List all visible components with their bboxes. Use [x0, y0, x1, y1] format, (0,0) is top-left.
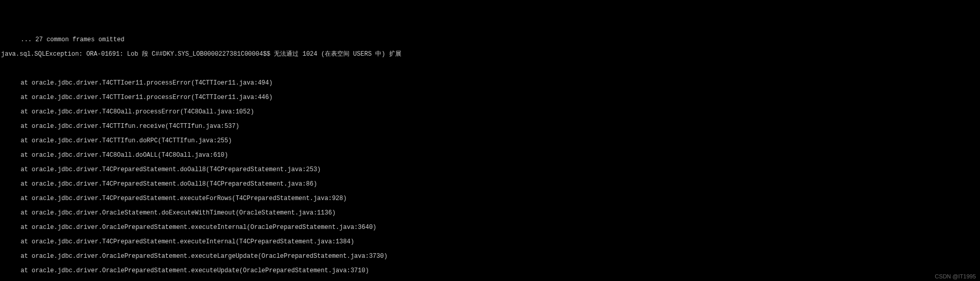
log-line: at oracle.jdbc.driver.T4CPreparedStateme…	[0, 195, 980, 202]
log-line: at oracle.jdbc.driver.T4CPreparedStateme…	[0, 238, 980, 245]
log-line: at oracle.jdbc.driver.OracleStatement.do…	[0, 209, 980, 217]
log-line: at oracle.jdbc.driver.T4CTTIfun.doRPC(T4…	[0, 137, 980, 144]
log-line: at oracle.jdbc.driver.T4CTTIoer11.proces…	[0, 79, 980, 87]
log-line: at oracle.jdbc.driver.OraclePreparedStat…	[0, 267, 980, 274]
log-line	[0, 65, 980, 72]
log-line: at oracle.jdbc.driver.OraclePreparedStat…	[0, 253, 980, 260]
log-line: at oracle.jdbc.driver.T4C8Oall.doOALL(T4…	[0, 152, 980, 159]
log-line: java.sql.SQLException: ORA-01691: Lob 段 …	[0, 51, 980, 58]
log-line: at oracle.jdbc.driver.T4CTTIoer11.proces…	[0, 94, 980, 101]
console-log-output: ... 27 common frames omitted java.sql.SQ…	[0, 29, 980, 281]
log-line: ... 27 common frames omitted	[0, 36, 980, 43]
log-line: at oracle.jdbc.driver.OraclePreparedStat…	[0, 224, 980, 231]
log-line: at oracle.jdbc.driver.T4CPreparedStateme…	[0, 166, 980, 173]
log-line: at oracle.jdbc.driver.T4CTTIfun.receive(…	[0, 123, 980, 130]
watermark: CSDN @IT1995	[935, 273, 976, 280]
log-line: at oracle.jdbc.driver.T4C8Oall.processEr…	[0, 108, 980, 115]
log-line: at oracle.jdbc.driver.T4CPreparedStateme…	[0, 180, 980, 188]
